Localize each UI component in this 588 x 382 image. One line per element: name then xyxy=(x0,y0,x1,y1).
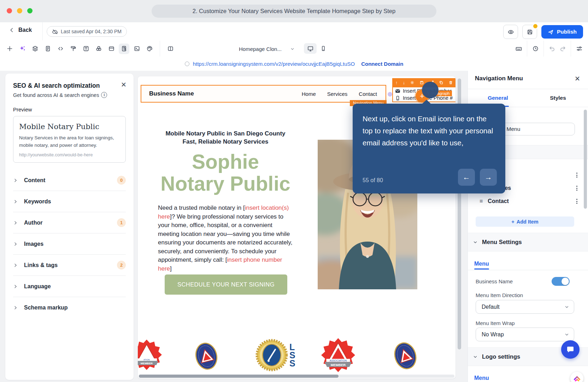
duplicate-icon[interactable] xyxy=(439,80,443,85)
serp-description: Notary Services in the area for loan sig… xyxy=(19,134,120,149)
site-business-name: Business Name xyxy=(149,90,194,97)
subtab-menu-bottom[interactable]: Menu xyxy=(474,375,489,381)
back-button[interactable]: Back xyxy=(8,27,32,33)
seo-section-author[interactable]: Author 1 xyxy=(13,212,126,233)
preview-url-link[interactable]: https://crm.loansigningsystem.com/v2/pre… xyxy=(193,61,355,67)
schedule-cta-button[interactable]: SCHEDULE YOUR NEXT SIGNING xyxy=(165,274,287,295)
sections-button[interactable] xyxy=(42,44,53,54)
hero-subtitle-line2: Fast, Reliable Notary Services xyxy=(158,138,293,146)
direction-select[interactable]: Default xyxy=(476,300,574,314)
seo-section-language[interactable]: Language xyxy=(13,276,126,297)
panel-scrollbar[interactable] xyxy=(584,110,587,209)
color-blend-button[interactable] xyxy=(93,44,104,54)
site-nav-services[interactable]: Services xyxy=(327,91,348,97)
clock-history-icon xyxy=(532,45,539,52)
canvas-horizontal-scrollbar[interactable] xyxy=(139,375,454,378)
connect-domain-link[interactable]: Connect Domain xyxy=(361,61,403,67)
seo-section-images[interactable]: Images xyxy=(13,233,126,255)
seo-section-keywords[interactable]: Keywords xyxy=(13,191,126,212)
hero-paragraph: Need a trusted mobile notary in [insert … xyxy=(158,204,293,273)
chevron-right-icon xyxy=(13,305,18,310)
layers-button[interactable] xyxy=(30,44,40,54)
back-label: Back xyxy=(18,27,32,33)
desktop-view-button[interactable] xyxy=(304,43,317,54)
save-element-icon[interactable] xyxy=(419,80,424,85)
move-up-icon[interactable]: ↑ xyxy=(395,80,398,85)
tab-styles[interactable]: Styles xyxy=(528,89,588,107)
add-element-button[interactable] xyxy=(4,44,15,54)
item-options-icon[interactable] xyxy=(576,186,577,191)
eye-icon xyxy=(507,29,514,35)
minimize-window-button[interactable] xyxy=(17,8,22,13)
scrollbar-thumb[interactable] xyxy=(139,375,339,378)
keyboard-shortcuts-button[interactable] xyxy=(513,44,524,54)
seo-section-links-tags[interactable]: Links & tags 2 xyxy=(13,255,126,276)
status-ring-icon xyxy=(185,62,189,66)
site-header-selected[interactable]: Business Name Home Services Contact xyxy=(141,85,386,103)
tour-next-button[interactable]: → xyxy=(480,169,497,186)
seo-panel-subtitle: Get found across AI & search engines xyxy=(13,92,99,98)
serp-preview-card: Mobile Notary Public Notary Services in … xyxy=(13,116,126,163)
author-count-badge: 1 xyxy=(117,218,126,227)
code-icon xyxy=(57,45,64,52)
code-button[interactable] xyxy=(55,44,66,54)
menu-item-contact[interactable]: ≡ Contact xyxy=(468,195,588,208)
close-icon[interactable]: ✕ xyxy=(575,75,580,83)
clickup-logo[interactable] xyxy=(570,372,583,382)
close-window-button[interactable] xyxy=(7,8,12,13)
drag-handle-icon[interactable]: ≡ xyxy=(480,198,483,204)
close-icon[interactable]: ✕ xyxy=(121,81,127,88)
seo-panel: SEO & AI search optimization ✕ Get found… xyxy=(5,74,134,380)
theme-palette-button[interactable] xyxy=(144,44,155,54)
item-options-icon[interactable] xyxy=(576,173,577,178)
seo-section-schema-markup[interactable]: Schema markup xyxy=(13,297,126,318)
subtab-menu[interactable]: Menu xyxy=(474,261,489,267)
chat-bubble-icon xyxy=(566,345,575,354)
ai-assistant-button[interactable] xyxy=(17,44,28,54)
floppy-save-icon xyxy=(527,29,533,35)
cloud-off-icon xyxy=(52,29,58,35)
card-button[interactable] xyxy=(106,44,117,54)
settings-sliders-button[interactable] xyxy=(574,44,584,54)
version-history-button[interactable] xyxy=(530,44,541,54)
info-icon[interactable]: i xyxy=(101,92,107,98)
mobile-view-button[interactable] xyxy=(318,43,329,54)
maximize-window-button[interactable] xyxy=(27,8,33,13)
business-name-toggle[interactable] xyxy=(552,277,570,286)
send-icon xyxy=(548,29,554,35)
site-nav-home[interactable]: Home xyxy=(302,91,316,97)
badge-nna-member-clipped: ATION MEMBER xyxy=(138,340,162,370)
gear-icon[interactable] xyxy=(410,80,414,85)
card-icon xyxy=(108,45,115,52)
page-selector-dropdown[interactable]: Homepage Clon... xyxy=(239,44,295,54)
page-selector-value: Homepage Clon... xyxy=(239,46,282,52)
wrap-select[interactable]: No Wrap xyxy=(476,328,574,341)
trash-icon[interactable] xyxy=(448,80,453,85)
layers-icon xyxy=(32,45,39,52)
add-item-button[interactable]: + Add Item xyxy=(476,216,574,227)
styles-roller-button[interactable] xyxy=(68,44,78,54)
site-nav-contact[interactable]: Contact xyxy=(359,91,377,97)
tour-progress: 55 of 80 xyxy=(363,177,383,184)
seo-audit-button[interactable] xyxy=(119,44,129,54)
publish-button[interactable]: Publish xyxy=(541,25,583,39)
chevron-down-icon xyxy=(564,332,569,337)
chat-widget-button[interactable] xyxy=(561,340,580,359)
redo-button[interactable] xyxy=(557,44,568,54)
tour-prev-button[interactable]: ← xyxy=(458,169,475,186)
sparkles-icon xyxy=(19,45,26,52)
chevron-down-icon xyxy=(290,47,295,51)
preview-eye-button[interactable] xyxy=(503,25,518,39)
hero-heading: Sophie Notary Public xyxy=(158,151,293,195)
redo-icon xyxy=(559,45,566,52)
item-options-icon[interactable] xyxy=(576,199,577,204)
save-button[interactable] xyxy=(522,25,537,39)
panel-layout-button[interactable] xyxy=(165,44,176,54)
typography-button[interactable] xyxy=(81,44,91,54)
terminal-button[interactable] xyxy=(131,44,142,54)
menu-settings-section[interactable]: Menu Settings xyxy=(468,233,588,251)
move-down-icon[interactable]: ↓ xyxy=(403,80,405,85)
undo-button[interactable] xyxy=(547,44,557,54)
seo-section-content[interactable]: Content 0 xyxy=(13,170,126,191)
hero-subtitle-line1: Mobile Notary Public in San Diego County xyxy=(158,129,293,138)
